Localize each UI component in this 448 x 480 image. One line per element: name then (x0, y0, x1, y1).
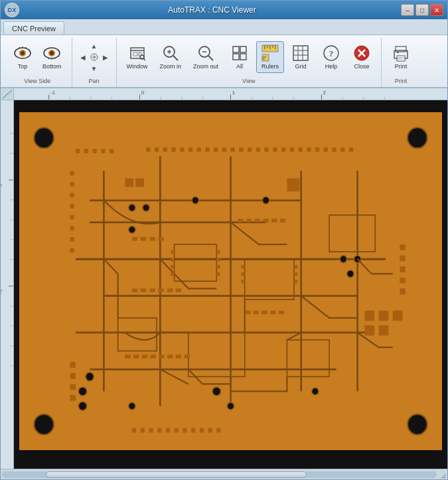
zoom-out-button[interactable]: Zoom out (188, 41, 223, 73)
svg-rect-188 (253, 311, 258, 315)
svg-rect-168 (294, 265, 297, 269)
svg-rect-134 (70, 226, 74, 231)
pcb-canvas[interactable] (14, 100, 447, 469)
svg-rect-38 (262, 54, 269, 61)
window-button-label: Window (127, 64, 148, 70)
pan-down-button[interactable]: ▼ (89, 63, 100, 74)
svg-rect-105 (155, 147, 159, 152)
svg-rect-162 (216, 258, 220, 262)
maximize-button[interactable]: □ (415, 4, 429, 16)
pan-label: Pan (89, 76, 100, 86)
svg-point-97 (34, 414, 54, 435)
horizontal-scrollbar[interactable]: ⊿ (1, 469, 447, 479)
svg-rect-170 (294, 280, 297, 283)
svg-rect-110 (197, 147, 201, 152)
svg-rect-121 (290, 147, 294, 152)
zoom-in-button[interactable]: Zoom in (155, 41, 187, 73)
svg-point-212 (212, 387, 221, 396)
pan-buttons: ▲ ◀ ▶ ▼ (78, 39, 111, 75)
tab-cnc-preview[interactable]: CNC Preview (3, 21, 64, 35)
view-side-label: View Side (24, 76, 50, 86)
svg-rect-219 (378, 325, 388, 335)
all-icon (230, 44, 249, 62)
svg-text:0: 0 (141, 90, 145, 96)
ruler-vertical: 0 -1 (1, 100, 14, 469)
grid-button[interactable]: Grid (287, 41, 315, 73)
svg-rect-158 (171, 258, 174, 262)
svg-rect-195 (150, 355, 155, 359)
svg-point-201 (143, 204, 150, 211)
top-button[interactable]: Top (9, 41, 37, 73)
svg-rect-199 (184, 355, 189, 359)
h-scrollbar-track[interactable] (2, 471, 437, 478)
all-button[interactable]: All (226, 41, 254, 73)
svg-rect-169 (294, 272, 297, 276)
svg-point-203 (192, 197, 199, 204)
bottom-button[interactable]: Bottom (38, 41, 66, 73)
svg-point-205 (340, 256, 347, 263)
svg-rect-216 (378, 311, 388, 321)
svg-point-96 (408, 127, 427, 148)
print-group-label: Print (395, 76, 408, 86)
ribbon-group-view: Window Zoom in (117, 38, 382, 87)
ruler-row: -1 0 1 2 (1, 88, 447, 100)
svg-text:-1: -1 (1, 289, 3, 293)
svg-rect-102 (101, 149, 105, 153)
svg-rect-227 (70, 384, 75, 390)
svg-rect-179 (271, 218, 277, 222)
svg-rect-228 (70, 395, 75, 401)
pan-control[interactable]: ▲ ◀ ▶ ▼ (78, 40, 111, 74)
resize-grip: ⊿ (437, 470, 446, 479)
svg-rect-187 (245, 311, 250, 315)
svg-point-98 (408, 414, 427, 435)
svg-rect-122 (298, 147, 302, 152)
eye-top-icon (13, 44, 32, 62)
window-title: AutoTRAX : CNC Viewer (23, 5, 401, 15)
h-scrollbar-thumb[interactable] (46, 471, 307, 478)
svg-rect-116 (248, 147, 252, 152)
svg-text:-1: -1 (50, 90, 56, 96)
svg-rect-163 (216, 265, 220, 269)
minimize-button[interactable]: – (401, 4, 414, 16)
svg-rect-41 (293, 46, 308, 60)
svg-rect-100 (84, 149, 88, 153)
svg-rect-198 (176, 355, 181, 359)
pan-left-button[interactable]: ◀ (78, 52, 88, 62)
svg-rect-174 (158, 237, 163, 241)
svg-rect-217 (393, 311, 403, 321)
svg-rect-149 (208, 428, 212, 433)
rulers-button[interactable]: Rulers (256, 41, 284, 73)
svg-line-26 (208, 56, 213, 60)
window-button[interactable]: Window (122, 41, 153, 73)
main-window: DX AutoTRAX : CNC Viewer – □ ✕ CNC Previ… (0, 0, 448, 480)
svg-rect-150 (216, 428, 220, 433)
svg-point-210 (78, 402, 87, 410)
close-view-button[interactable]: Close (348, 41, 376, 73)
svg-rect-29 (240, 46, 246, 52)
pan-right-button[interactable]: ▶ (100, 52, 111, 62)
help-button[interactable]: ? Help (317, 41, 345, 73)
svg-line-20 (143, 58, 145, 60)
view-side-buttons: Top Bottom (9, 39, 66, 75)
svg-rect-112 (214, 147, 218, 152)
svg-rect-189 (261, 311, 267, 315)
svg-rect-107 (171, 147, 175, 152)
svg-rect-220 (400, 244, 405, 250)
bottom-button-label: Bottom (42, 64, 62, 70)
svg-rect-141 (141, 428, 145, 433)
svg-rect-180 (280, 218, 285, 222)
svg-rect-109 (188, 147, 192, 152)
svg-rect-113 (222, 147, 226, 152)
pan-up-button[interactable]: ▲ (89, 40, 100, 51)
svg-rect-140 (132, 428, 136, 433)
svg-rect-28 (233, 46, 239, 52)
svg-rect-175 (238, 218, 243, 222)
close-window-button[interactable]: ✕ (430, 4, 443, 16)
svg-rect-103 (110, 149, 113, 153)
svg-rect-177 (255, 218, 260, 222)
view-group-label: View (242, 76, 255, 86)
svg-rect-190 (270, 311, 275, 315)
print-button[interactable]: Print (387, 41, 415, 73)
eye-bottom-icon (42, 44, 61, 62)
svg-rect-54 (397, 52, 399, 53)
